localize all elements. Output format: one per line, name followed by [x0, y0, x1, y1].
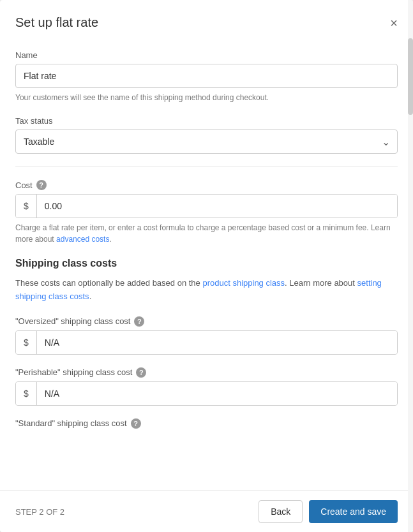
- perishable-input-wrapper: $: [15, 381, 398, 406]
- back-button[interactable]: Back: [259, 500, 303, 523]
- modal-body: Name Your customers will see the name of…: [0, 40, 413, 491]
- cost-input-wrapper: $: [15, 194, 398, 218]
- cost-group: Cost ? $ Charge a flat rate per item, or…: [15, 180, 398, 245]
- standard-help-icon[interactable]: ?: [131, 418, 141, 429]
- standard-label: "Standard" shipping class cost ?: [15, 418, 398, 429]
- tax-status-group: Tax status Taxable None ⌄: [15, 116, 398, 154]
- perishable-help-icon[interactable]: ?: [136, 367, 146, 378]
- oversized-input-wrapper: $: [15, 330, 398, 355]
- perishable-input[interactable]: [37, 382, 397, 405]
- shipping-section-desc: These costs can optionally be added base…: [15, 277, 398, 304]
- tax-status-select-wrapper: Taxable None ⌄: [15, 129, 398, 154]
- standard-group: "Standard" shipping class cost ?: [15, 418, 398, 429]
- perishable-group: "Perishable" shipping class cost ? $: [15, 367, 398, 406]
- perishable-prefix: $: [16, 382, 37, 405]
- modal: Set up flat rate × Name Your customers w…: [0, 0, 413, 532]
- oversized-label: "Oversized" shipping class cost ?: [15, 316, 398, 327]
- scrollbar-thumb[interactable]: [408, 38, 413, 115]
- scrollbar-track: [408, 0, 413, 532]
- shipping-section-title: Shipping class costs: [15, 258, 398, 269]
- cost-prefix: $: [16, 195, 37, 218]
- shipping-class-section: Shipping class costs These costs can opt…: [15, 258, 398, 304]
- oversized-help-icon[interactable]: ?: [134, 316, 144, 327]
- name-group: Name Your customers will see the name of…: [15, 50, 398, 103]
- oversized-input[interactable]: [37, 331, 397, 354]
- create-save-button[interactable]: Create and save: [309, 500, 398, 523]
- name-hint: Your customers will see the name of this…: [15, 92, 398, 103]
- modal-header: Set up flat rate ×: [0, 0, 413, 40]
- modal-title: Set up flat rate: [15, 15, 98, 30]
- oversized-group: "Oversized" shipping class cost ? $: [15, 316, 398, 355]
- cost-input[interactable]: [37, 195, 397, 218]
- name-label: Name: [15, 50, 398, 60]
- perishable-label: "Perishable" shipping class cost ?: [15, 367, 398, 378]
- cost-help-icon[interactable]: ?: [36, 180, 47, 190]
- cost-label: Cost ?: [15, 180, 398, 190]
- advanced-costs-link[interactable]: advanced costs: [56, 235, 109, 244]
- step-label: STEP 2 OF 2: [15, 507, 64, 517]
- name-input[interactable]: [15, 64, 398, 88]
- tax-status-select[interactable]: Taxable None: [15, 129, 398, 154]
- product-shipping-class-link[interactable]: product shipping class: [202, 278, 285, 288]
- cost-hint: Charge a flat rate per item, or enter a …: [15, 222, 398, 245]
- modal-footer: STEP 2 OF 2 Back Create and save: [0, 491, 413, 532]
- oversized-prefix: $: [16, 331, 37, 354]
- tax-status-label: Tax status: [15, 116, 398, 126]
- divider: [15, 166, 398, 167]
- footer-actions: Back Create and save: [259, 500, 398, 523]
- close-button[interactable]: ×: [390, 17, 398, 29]
